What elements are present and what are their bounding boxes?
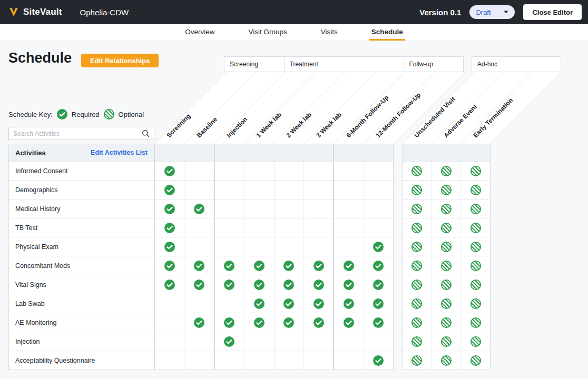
schedule-cell[interactable]	[364, 181, 393, 199]
schedule-cell[interactable]	[303, 294, 333, 313]
schedule-cell[interactable]	[303, 237, 333, 256]
schedule-cell[interactable]	[303, 256, 333, 275]
schedule-cell[interactable]	[155, 351, 184, 370]
schedule-cell[interactable]	[214, 294, 244, 313]
schedule-cell[interactable]	[274, 237, 303, 256]
schedule-cell[interactable]	[244, 256, 273, 275]
schedule-cell[interactable]	[244, 162, 273, 180]
schedule-cell[interactable]	[184, 313, 213, 332]
schedule-cell[interactable]	[244, 237, 273, 256]
schedule-cell[interactable]	[244, 181, 273, 199]
schedule-cell[interactable]	[460, 313, 490, 332]
search-activities-input[interactable]	[9, 130, 142, 137]
schedule-cell[interactable]	[303, 313, 333, 332]
schedule-cell[interactable]	[244, 313, 273, 332]
schedule-cell[interactable]	[364, 294, 393, 313]
schedule-cell[interactable]	[403, 200, 432, 218]
schedule-cell[interactable]	[364, 200, 393, 218]
schedule-cell[interactable]	[403, 351, 432, 370]
schedule-cell[interactable]	[333, 162, 363, 180]
schedule-cell[interactable]	[432, 351, 461, 370]
schedule-cell[interactable]	[244, 218, 273, 237]
schedule-cell[interactable]	[244, 332, 273, 351]
schedule-cell[interactable]	[214, 181, 244, 199]
schedule-cell[interactable]	[155, 294, 184, 313]
schedule-cell[interactable]	[364, 237, 393, 256]
schedule-cell[interactable]	[333, 256, 363, 275]
schedule-cell[interactable]	[303, 218, 333, 237]
schedule-cell[interactable]	[184, 256, 213, 275]
schedule-cell[interactable]	[214, 237, 244, 256]
schedule-cell[interactable]	[274, 313, 303, 332]
schedule-cell[interactable]	[184, 218, 213, 237]
schedule-cell[interactable]	[432, 275, 461, 294]
schedule-cell[interactable]	[460, 181, 490, 199]
schedule-cell[interactable]	[364, 351, 393, 370]
schedule-cell[interactable]	[274, 218, 303, 237]
schedule-cell[interactable]	[403, 181, 432, 199]
schedule-cell[interactable]	[184, 162, 213, 180]
schedule-cell[interactable]	[364, 275, 393, 294]
schedule-cell[interactable]	[333, 218, 363, 237]
schedule-cell[interactable]	[184, 200, 213, 218]
schedule-cell[interactable]	[403, 313, 432, 332]
schedule-cell[interactable]	[403, 237, 432, 256]
schedule-cell[interactable]	[155, 313, 184, 332]
schedule-cell[interactable]	[333, 275, 363, 294]
schedule-cell[interactable]	[432, 294, 461, 313]
schedule-cell[interactable]	[244, 275, 273, 294]
schedule-cell[interactable]	[333, 332, 363, 351]
schedule-cell[interactable]	[244, 294, 273, 313]
tab-visits[interactable]: Visits	[319, 24, 340, 41]
schedule-cell[interactable]	[303, 332, 333, 351]
schedule-cell[interactable]	[155, 218, 184, 237]
schedule-cell[interactable]	[364, 313, 393, 332]
schedule-cell[interactable]	[214, 332, 244, 351]
schedule-cell[interactable]	[460, 237, 490, 256]
schedule-cell[interactable]	[244, 351, 273, 370]
schedule-cell[interactable]	[432, 313, 461, 332]
tab-schedule[interactable]: Schedule	[369, 24, 405, 41]
schedule-cell[interactable]	[403, 256, 432, 275]
schedule-cell[interactable]	[432, 237, 461, 256]
schedule-cell[interactable]	[403, 162, 432, 180]
schedule-cell[interactable]	[274, 332, 303, 351]
schedule-cell[interactable]	[155, 200, 184, 218]
schedule-cell[interactable]	[333, 313, 363, 332]
schedule-cell[interactable]	[214, 256, 244, 275]
schedule-cell[interactable]	[155, 162, 184, 180]
schedule-cell[interactable]	[274, 351, 303, 370]
schedule-cell[interactable]	[155, 181, 184, 199]
schedule-cell[interactable]	[333, 181, 363, 199]
schedule-cell[interactable]	[403, 275, 432, 294]
schedule-cell[interactable]	[303, 200, 333, 218]
schedule-cell[interactable]	[184, 332, 213, 351]
schedule-cell[interactable]	[364, 162, 393, 180]
schedule-cell[interactable]	[274, 294, 303, 313]
schedule-cell[interactable]	[155, 275, 184, 294]
schedule-cell[interactable]	[214, 275, 244, 294]
schedule-cell[interactable]	[333, 200, 363, 218]
schedule-cell[interactable]	[460, 351, 490, 370]
schedule-cell[interactable]	[303, 181, 333, 199]
schedule-cell[interactable]	[460, 256, 490, 275]
schedule-cell[interactable]	[214, 218, 244, 237]
edit-relationships-button[interactable]: Edit Relationships	[81, 54, 159, 67]
schedule-cell[interactable]	[303, 351, 333, 370]
schedule-cell[interactable]	[214, 200, 244, 218]
schedule-cell[interactable]	[274, 181, 303, 199]
schedule-cell[interactable]	[333, 237, 363, 256]
schedule-cell[interactable]	[303, 275, 333, 294]
schedule-cell[interactable]	[364, 218, 393, 237]
tab-visit-groups[interactable]: Visit Groups	[246, 24, 289, 41]
schedule-cell[interactable]	[460, 218, 490, 237]
schedule-cell[interactable]	[303, 162, 333, 180]
schedule-cell[interactable]	[432, 200, 461, 218]
schedule-cell[interactable]	[184, 351, 213, 370]
schedule-cell[interactable]	[432, 181, 461, 199]
schedule-cell[interactable]	[460, 200, 490, 218]
schedule-cell[interactable]	[403, 332, 432, 351]
status-dropdown[interactable]: Draft	[469, 5, 515, 19]
schedule-cell[interactable]	[403, 218, 432, 237]
close-editor-button[interactable]: Close Editor	[523, 4, 582, 20]
